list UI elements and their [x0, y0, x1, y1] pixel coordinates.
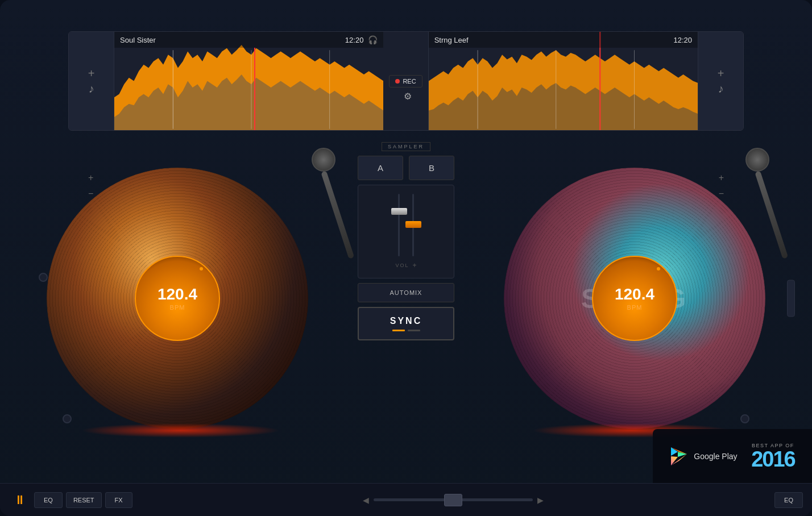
crossfader-section: ◀ ▶: [136, 496, 771, 505]
dj-app: + ♪ Soul Sister 12:20 🎧: [0, 0, 812, 516]
sampler-label: SAMPLER: [382, 142, 430, 151]
plus-icon: +: [88, 67, 95, 80]
rec-button[interactable]: REC: [389, 75, 422, 88]
right-expand-button[interactable]: [787, 280, 795, 317]
crossfader-track: [374, 498, 533, 501]
mixer-panel: SAMPLER A B: [349, 139, 463, 340]
reset-button[interactable]: RESET: [66, 492, 102, 508]
rec-dot: [395, 79, 400, 84]
right-bpm-label: BPM: [627, 304, 643, 311]
tonearm-pivot-right: [745, 148, 769, 172]
left-playhead: [254, 48, 255, 130]
left-fader-track: [398, 194, 400, 256]
right-fader-handle[interactable]: [405, 221, 421, 228]
best-app-section: BEST APP OF 2016: [751, 443, 795, 470]
sync-bar-gray: [408, 330, 420, 331]
sampler-a-button[interactable]: A: [358, 156, 403, 180]
eq-left-button[interactable]: EQ: [34, 492, 63, 508]
left-side-dot: [39, 273, 48, 282]
right-track-info: Strng Leef 12:20: [429, 32, 698, 48]
left-vinyl-center: 120.4 BPM: [135, 256, 220, 341]
left-channel-fader: [398, 194, 400, 256]
music-note-icon-right: ♪: [718, 82, 724, 95]
deck-dot-right: [740, 414, 749, 423]
right-channel-fader: [412, 194, 414, 256]
right-waveform: Strng Leef 12:20: [428, 32, 698, 130]
left-track-info: Soul Sister 12:20 🎧: [114, 32, 383, 48]
left-bpm-label: BPM: [170, 304, 185, 311]
left-bpm-dot: [200, 267, 203, 271]
sync-indicators: [359, 330, 453, 331]
tonearm-arm-right: [755, 170, 788, 259]
right-track-time: 12:20: [673, 36, 692, 44]
vol-label: VOL: [395, 263, 409, 268]
crossfader-right-arrow[interactable]: ▶: [537, 496, 544, 505]
google-play-badge: Google Play BEST APP OF 2016: [653, 429, 812, 483]
google-play-logo: Google Play: [670, 446, 737, 467]
left-tonearm: [312, 148, 335, 263]
crossfader-left-arrow[interactable]: ◀: [363, 496, 369, 505]
left-track-time: 12:20: [345, 36, 364, 44]
sync-button[interactable]: SYNC: [358, 307, 454, 340]
left-turntable: 120.4 BPM: [34, 142, 347, 455]
left-fader-handle[interactable]: [391, 208, 407, 215]
right-bpm-dot: [657, 267, 660, 271]
tonearm-pivot-left: [312, 148, 335, 172]
sync-label: SYNC: [359, 316, 453, 326]
right-track-name: Strng Leef: [434, 36, 469, 44]
year-label: 2016: [751, 448, 795, 470]
center-controls: REC ⚙: [383, 32, 428, 130]
left-vinyl-glow: [81, 423, 280, 438]
sampler-buttons: A B: [358, 156, 454, 180]
right-track-add-button[interactable]: + ♪: [698, 32, 743, 130]
right-turntable: STRNG 120.4 BPM: [465, 142, 778, 455]
fx-button[interactable]: FX: [105, 492, 132, 508]
left-bpm-value: 120.4: [158, 286, 197, 302]
left-vinyl[interactable]: 120.4 BPM: [47, 168, 308, 429]
deck-dot-left: [63, 414, 72, 423]
right-bpm-value: 120.4: [615, 286, 654, 302]
fader-tracks: [370, 194, 442, 259]
google-play-icon: [670, 446, 688, 467]
right-vinyl-center: 120.4 BPM: [592, 256, 677, 341]
vol-section: VOL +: [370, 261, 442, 269]
play-pause-button[interactable]: ⏸: [9, 493, 31, 507]
rec-label: REC: [403, 78, 416, 85]
google-play-text: Google Play: [694, 452, 737, 461]
automix-button[interactable]: AUTOMIX: [358, 283, 454, 302]
svg-marker-8: [671, 456, 678, 465]
fader-section: VOL +: [358, 185, 454, 278]
plus-icon-right: +: [718, 67, 724, 80]
right-vinyl[interactable]: STRNG 120.4 BPM: [504, 168, 765, 429]
music-note-icon: ♪: [89, 82, 94, 95]
sampler-text: SAMPLER: [388, 144, 424, 149]
sampler-b-button[interactable]: B: [409, 156, 454, 180]
right-tonearm: [745, 148, 769, 263]
bottom-bar: ⏸ EQ RESET FX ◀ ▶ EQ: [0, 483, 812, 516]
crossfader-handle[interactable]: [444, 494, 462, 506]
right-fader-track: [412, 194, 414, 256]
waveform-section: + ♪ Soul Sister 12:20 🎧: [68, 31, 744, 131]
left-track-add-button[interactable]: + ♪: [69, 32, 114, 130]
settings-button[interactable]: ⚙: [404, 91, 412, 102]
vol-plus-icon: +: [413, 261, 417, 269]
left-track-name: Soul Sister: [120, 36, 156, 44]
sync-bar-orange: [392, 330, 405, 331]
headphones-icon: 🎧: [368, 35, 378, 44]
left-waveform: Soul Sister 12:20 🎧: [114, 32, 383, 130]
eq-right-button[interactable]: EQ: [774, 492, 803, 508]
